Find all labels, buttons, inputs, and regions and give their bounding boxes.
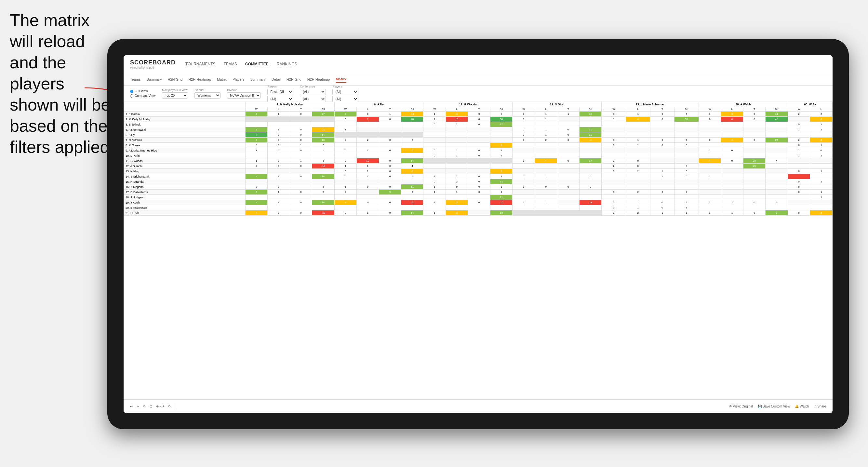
- matrix-cell: 1: [810, 195, 833, 200]
- matrix-cell: 3: [245, 200, 267, 205]
- reset-button[interactable]: ⟳: [168, 405, 171, 408]
- matrix-cell: 0: [334, 148, 356, 153]
- tab-matrix-2[interactable]: Matrix: [336, 76, 346, 83]
- tab-h2h-heatmap-2[interactable]: H2H Heatmap: [307, 76, 330, 83]
- matrix-cell: [579, 210, 601, 216]
- max-players-select[interactable]: Top 25: [162, 92, 188, 98]
- matrix-cell: [602, 122, 626, 127]
- matrix-cell: [743, 179, 765, 184]
- matrix-cell: [357, 190, 379, 195]
- redo-button[interactable]: ↪: [136, 405, 139, 408]
- undo-button[interactable]: ↩: [130, 405, 133, 408]
- view-original-button[interactable]: 👁 View: Original: [729, 405, 753, 408]
- sh-w2: W: [334, 107, 356, 112]
- tab-detail[interactable]: Detail: [272, 76, 281, 83]
- tab-summary-1[interactable]: Summary: [146, 76, 162, 83]
- matrix-cell: 14: [401, 210, 424, 216]
- matrix-cell: [699, 143, 721, 148]
- players-all-select[interactable]: (All): [332, 96, 359, 102]
- matrix-cell: 2: [445, 174, 468, 179]
- compact-view-option[interactable]: Compact View: [130, 94, 155, 98]
- nav-teams[interactable]: TEAMS: [223, 61, 237, 68]
- matrix-cell: [401, 122, 424, 127]
- matrix-cell: 0: [468, 148, 490, 153]
- matrix-cell: 3: [245, 127, 267, 132]
- matrix-cell: 1: [424, 184, 445, 190]
- matrix-cell: 5: [401, 174, 424, 179]
- tab-matrix-1[interactable]: Matrix: [217, 76, 227, 83]
- matrix-cell: [557, 163, 579, 169]
- matrix-cell: 1: [535, 200, 557, 205]
- player-name-cell: 14. S Srichantamit: [124, 174, 246, 179]
- matrix-cell: 0: [626, 158, 650, 163]
- toolbar-right: 👁 View: Original 💾 Save Custom View 🔔 Wa…: [729, 405, 826, 408]
- zoom-fit-button[interactable]: ⊡: [150, 405, 152, 408]
- matrix-cell: [290, 184, 312, 190]
- matrix-cell: 0: [650, 117, 675, 122]
- matrix-cell: 0: [379, 200, 401, 205]
- matrix-cell: 0: [788, 190, 810, 195]
- matrix-cell: [626, 153, 650, 158]
- matrix-cell: -20: [401, 200, 424, 205]
- full-view-radio[interactable]: [130, 90, 133, 93]
- matrix-cell: 0: [379, 148, 401, 153]
- matrix-cell: 1: [810, 190, 833, 195]
- matrix-cell: [468, 210, 490, 216]
- matrix-cell: [535, 163, 557, 169]
- matrix-cell: 2: [602, 163, 626, 169]
- nav-rankings[interactable]: RANKINGS: [277, 61, 297, 68]
- watch-button[interactable]: 🔔 Watch: [795, 405, 809, 408]
- matrix-cell: 1: [245, 158, 267, 163]
- matrix-cell: [357, 143, 379, 148]
- division-select[interactable]: NCAA Division II: [227, 92, 261, 98]
- tab-h2h-grid-2[interactable]: H2H Grid: [286, 76, 302, 83]
- share-button[interactable]: ↗ Share: [814, 405, 826, 408]
- conference-all-select[interactable]: (All): [300, 96, 326, 102]
- matrix-cell: [424, 132, 445, 137]
- matrix-cell: 2: [334, 210, 356, 216]
- tab-h2h-grid-1[interactable]: H2H Grid: [167, 76, 182, 83]
- refresh-button[interactable]: ⟳: [143, 405, 146, 408]
- matrix-cell: 0: [468, 174, 490, 179]
- matrix-cell: 2: [245, 163, 267, 169]
- matrix-cell: 0: [268, 184, 290, 190]
- matrix-cell: 1: [513, 158, 535, 163]
- matrix-cell: [290, 169, 312, 174]
- tab-h2h-heatmap-1[interactable]: H2H Heatmap: [188, 76, 211, 83]
- region-select[interactable]: East - DII: [267, 89, 293, 95]
- region-all-select[interactable]: (All): [267, 96, 293, 102]
- players-select[interactable]: (All): [332, 89, 359, 95]
- matrix-cell: 2: [721, 200, 743, 205]
- nav-committee[interactable]: COMMITTEE: [245, 61, 269, 68]
- tab-summary-2[interactable]: Summary: [250, 76, 266, 83]
- matrix-cell: 0: [268, 132, 290, 137]
- table-row: 15. H Stranda0201101: [124, 179, 833, 184]
- matrix-cell: [401, 143, 424, 148]
- matrix-cell: [490, 163, 512, 169]
- player-name-cell: 21. O Stoll: [124, 210, 246, 216]
- matrix-cell: [379, 205, 401, 210]
- tablet-screen: SCOREBOARD Powered by clippd TOURNAMENTS…: [124, 55, 833, 413]
- nav-tournaments[interactable]: TOURNAMENTS: [185, 61, 215, 68]
- matrix-cell: 10: [490, 210, 512, 216]
- full-view-option[interactable]: Full View: [130, 89, 155, 93]
- matrix-cell: [626, 132, 650, 137]
- tab-players[interactable]: Players: [232, 76, 245, 83]
- gender-select[interactable]: Women's: [194, 92, 220, 98]
- matrix-cell: 0: [675, 174, 699, 179]
- matrix-cell: 6: [721, 117, 743, 122]
- matrix-cell: [557, 143, 579, 148]
- matrix-cell: [721, 184, 743, 190]
- compact-view-radio[interactable]: [130, 94, 133, 98]
- zoom-controls[interactable]: ⊕ − +: [156, 405, 164, 408]
- save-custom-view-button[interactable]: 💾 Save Custom View: [758, 405, 790, 408]
- matrix-cell: [675, 179, 699, 184]
- tab-teams[interactable]: Teams: [130, 76, 141, 83]
- conference-select[interactable]: (All): [300, 89, 326, 95]
- matrix-cell: [334, 132, 356, 137]
- matrix-cell: [468, 143, 490, 148]
- matrix-cell: [721, 190, 743, 195]
- matrix-cell: [312, 122, 334, 127]
- bell-icon: 🔔: [795, 405, 799, 408]
- matrix-cell: [766, 179, 788, 184]
